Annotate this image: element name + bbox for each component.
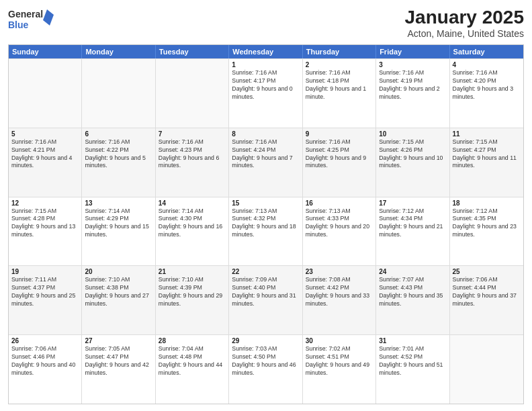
cell-info: Sunrise: 7:02 AMSunset: 4:51 PMDaylight:… [306,345,373,377]
cell-info: Sunrise: 7:15 AMSunset: 4:27 PMDaylight:… [453,138,521,171]
table-row: 22Sunrise: 7:09 AMSunset: 4:40 PMDayligh… [229,266,302,334]
cell-info: Sunrise: 7:10 AMSunset: 4:38 PMDaylight:… [85,276,152,308]
day-number: 16 [306,199,373,207]
week-row-2: 5Sunrise: 7:16 AMSunset: 4:21 PMDaylight… [9,128,523,197]
cell-info: Sunrise: 7:16 AMSunset: 4:24 PMDaylight:… [232,138,299,171]
table-row [450,335,523,404]
table-row: 25Sunrise: 7:06 AMSunset: 4:44 PMDayligh… [450,266,523,334]
day-number: 8 [232,130,299,138]
table-row [82,59,155,128]
cell-info: Sunrise: 7:13 AMSunset: 4:33 PMDaylight:… [306,208,373,240]
table-row: 18Sunrise: 7:12 AMSunset: 4:35 PMDayligh… [450,197,523,266]
cell-info: Sunrise: 7:06 AMSunset: 4:46 PMDaylight:… [11,345,79,377]
table-row: 2Sunrise: 7:16 AMSunset: 4:18 PMDaylight… [303,59,376,128]
day-number: 6 [85,130,152,138]
table-row: 30Sunrise: 7:02 AMSunset: 4:51 PMDayligh… [303,335,376,404]
cell-info: Sunrise: 7:15 AMSunset: 4:26 PMDaylight:… [379,138,446,171]
table-row: 26Sunrise: 7:06 AMSunset: 4:46 PMDayligh… [9,335,82,404]
cell-info: Sunrise: 7:16 AMSunset: 4:25 PMDaylight:… [306,138,373,171]
day-number: 11 [453,130,521,138]
cell-info: Sunrise: 7:14 AMSunset: 4:30 PMDaylight:… [159,208,226,240]
day-number: 29 [232,337,299,345]
cell-info: Sunrise: 7:16 AMSunset: 4:19 PMDaylight:… [379,69,446,101]
calendar: Sunday Monday Tuesday Wednesday Thursday… [8,44,524,404]
cell-info: Sunrise: 7:05 AMSunset: 4:47 PMDaylight:… [85,345,152,377]
week-row-3: 12Sunrise: 7:15 AMSunset: 4:28 PMDayligh… [9,197,523,266]
dow-wednesday: Wednesday [229,45,302,58]
title-block: January 2025 Acton, Maine, United States [405,7,524,39]
day-number: 28 [159,337,226,345]
day-number: 21 [159,268,226,275]
cell-info: Sunrise: 7:12 AMSunset: 4:35 PMDaylight:… [453,208,521,240]
day-number: 5 [11,130,79,138]
day-number: 4 [453,61,521,68]
svg-text:General: General [8,9,43,19]
day-number: 15 [232,199,299,207]
week-row-1: 1Sunrise: 7:16 AMSunset: 4:17 PMDaylight… [9,58,523,128]
dow-thursday: Thursday [303,45,376,58]
day-number: 9 [306,130,373,138]
cell-info: Sunrise: 7:11 AMSunset: 4:37 PMDaylight:… [11,276,79,308]
calendar-title: January 2025 [405,7,524,28]
dow-saturday: Saturday [450,45,523,58]
table-row: 7Sunrise: 7:16 AMSunset: 4:23 PMDaylight… [156,128,229,197]
day-number: 24 [379,268,446,275]
cell-info: Sunrise: 7:04 AMSunset: 4:48 PMDaylight:… [159,345,226,377]
table-row: 16Sunrise: 7:13 AMSunset: 4:33 PMDayligh… [303,197,376,266]
svg-text:Blue: Blue [8,19,29,30]
page: General Blue January 2025 Acton, Maine, … [0,0,532,411]
cell-info: Sunrise: 7:16 AMSunset: 4:18 PMDaylight:… [306,69,373,101]
cell-info: Sunrise: 7:16 AMSunset: 4:21 PMDaylight:… [11,138,79,171]
table-row: 20Sunrise: 7:10 AMSunset: 4:38 PMDayligh… [82,266,155,334]
day-number: 19 [11,268,79,275]
table-row: 11Sunrise: 7:15 AMSunset: 4:27 PMDayligh… [450,128,523,197]
table-row: 3Sunrise: 7:16 AMSunset: 4:19 PMDaylight… [376,59,449,128]
table-row: 6Sunrise: 7:16 AMSunset: 4:22 PMDaylight… [82,128,155,197]
calendar-header: Sunday Monday Tuesday Wednesday Thursday… [9,45,523,58]
table-row: 13Sunrise: 7:14 AMSunset: 4:29 PMDayligh… [82,197,155,266]
calendar-body: 1Sunrise: 7:16 AMSunset: 4:17 PMDaylight… [9,58,523,404]
cell-info: Sunrise: 7:16 AMSunset: 4:23 PMDaylight:… [159,138,226,171]
day-number: 22 [232,268,299,275]
day-number: 2 [306,61,373,68]
table-row: 28Sunrise: 7:04 AMSunset: 4:48 PMDayligh… [156,335,229,404]
day-number: 20 [85,268,152,275]
dow-monday: Monday [82,45,155,58]
table-row: 9Sunrise: 7:16 AMSunset: 4:25 PMDaylight… [303,128,376,197]
day-number: 30 [306,337,373,345]
cell-info: Sunrise: 7:16 AMSunset: 4:17 PMDaylight:… [232,69,299,101]
day-number: 14 [159,199,226,207]
cell-info: Sunrise: 7:15 AMSunset: 4:28 PMDaylight:… [11,208,79,240]
table-row: 31Sunrise: 7:01 AMSunset: 4:52 PMDayligh… [376,335,449,404]
cell-info: Sunrise: 7:12 AMSunset: 4:34 PMDaylight:… [379,208,446,240]
table-row: 10Sunrise: 7:15 AMSunset: 4:26 PMDayligh… [376,128,449,197]
day-number: 7 [159,130,226,138]
dow-tuesday: Tuesday [156,45,229,58]
header: General Blue January 2025 Acton, Maine, … [8,7,524,39]
week-row-5: 26Sunrise: 7:06 AMSunset: 4:46 PMDayligh… [9,334,523,404]
cell-info: Sunrise: 7:01 AMSunset: 4:52 PMDaylight:… [379,345,446,377]
cell-info: Sunrise: 7:09 AMSunset: 4:40 PMDaylight:… [232,276,299,308]
cell-info: Sunrise: 7:14 AMSunset: 4:29 PMDaylight:… [85,208,152,240]
table-row: 8Sunrise: 7:16 AMSunset: 4:24 PMDaylight… [229,128,302,197]
day-number: 13 [85,199,152,207]
cell-info: Sunrise: 7:16 AMSunset: 4:20 PMDaylight:… [453,69,521,101]
table-row: 4Sunrise: 7:16 AMSunset: 4:20 PMDaylight… [450,59,523,128]
table-row: 12Sunrise: 7:15 AMSunset: 4:28 PMDayligh… [9,197,82,266]
day-number: 12 [11,199,79,207]
day-number: 31 [379,337,446,345]
cell-info: Sunrise: 7:06 AMSunset: 4:44 PMDaylight:… [453,276,521,308]
day-number: 27 [85,337,152,345]
svg-marker-2 [43,9,54,26]
cell-info: Sunrise: 7:07 AMSunset: 4:43 PMDaylight:… [379,276,446,308]
day-number: 18 [453,199,521,207]
cell-info: Sunrise: 7:16 AMSunset: 4:22 PMDaylight:… [85,138,152,171]
table-row: 17Sunrise: 7:12 AMSunset: 4:34 PMDayligh… [376,197,449,266]
cell-info: Sunrise: 7:13 AMSunset: 4:32 PMDaylight:… [232,208,299,240]
day-number: 26 [11,337,79,345]
logo: General Blue [8,7,55,34]
table-row: 1Sunrise: 7:16 AMSunset: 4:17 PMDaylight… [229,59,302,128]
dow-sunday: Sunday [9,45,82,58]
dow-friday: Friday [376,45,449,58]
table-row [156,59,229,128]
